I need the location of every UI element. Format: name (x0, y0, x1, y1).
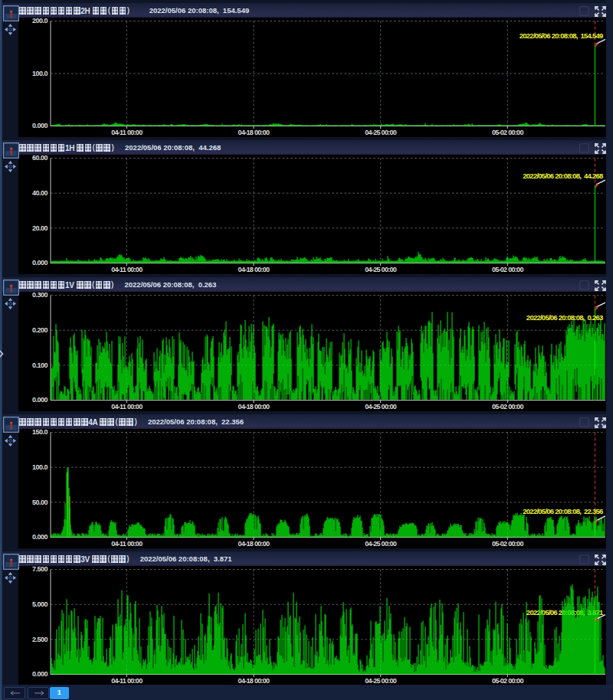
svg-text:04-18 00:00: 04-18 00:00 (238, 129, 270, 136)
svg-text:0.000: 0.000 (32, 259, 48, 267)
svg-text:04-25 00:00: 04-25 00:00 (365, 266, 397, 273)
svg-text:200.0: 200.0 (32, 17, 48, 25)
svg-text:60.00: 60.00 (32, 154, 48, 162)
svg-text:0.300: 0.300 (32, 291, 48, 299)
svg-text:100.0: 100.0 (32, 463, 48, 471)
svg-text:04-25 00:00: 04-25 00:00 (365, 129, 397, 136)
svg-text:04-25 00:00: 04-25 00:00 (365, 677, 397, 685)
svg-text:40.00: 40.00 (32, 189, 48, 197)
svg-text:05-02 00:00: 05-02 00:00 (492, 677, 524, 685)
svg-text:0.000: 0.000 (32, 670, 48, 678)
svg-text:150.0: 150.0 (32, 428, 48, 436)
svg-text:04-11 00:00: 04-11 00:00 (111, 677, 143, 685)
svg-text:5.000: 5.000 (32, 600, 48, 608)
svg-text:2022/05/06 20:08:08, 154.549: 2022/05/06 20:08:08, 154.549 (520, 31, 603, 40)
svg-text:04-11 00:00: 04-11 00:00 (111, 403, 143, 411)
svg-text:0.200: 0.200 (32, 326, 48, 334)
svg-text:04-18 00:00: 04-18 00:00 (238, 540, 270, 548)
svg-text:04-18 00:00: 04-18 00:00 (238, 677, 270, 685)
svg-text:0.000: 0.000 (32, 533, 48, 541)
svg-text:05-02 00:00: 05-02 00:00 (492, 540, 524, 548)
svg-text:04-18 00:00: 04-18 00:00 (238, 403, 270, 411)
svg-text:0.000: 0.000 (32, 396, 48, 404)
svg-text:04-11 00:00: 04-11 00:00 (111, 129, 143, 136)
svg-text:04-25 00:00: 04-25 00:00 (365, 403, 397, 411)
svg-text:100.0: 100.0 (32, 70, 48, 77)
svg-text:04-11 00:00: 04-11 00:00 (111, 540, 143, 548)
svg-text:20.00: 20.00 (32, 224, 48, 232)
svg-text:0.000: 0.000 (32, 122, 48, 129)
svg-text:2022/05/06 20:08:08, 44.268: 2022/05/06 20:08:08, 44.268 (523, 172, 603, 180)
svg-text:04-25 00:00: 04-25 00:00 (365, 540, 397, 548)
svg-text:2.500: 2.500 (32, 636, 48, 643)
svg-text:05-02 00:00: 05-02 00:00 (492, 129, 524, 136)
svg-text:0.100: 0.100 (32, 361, 48, 369)
svg-text:04-18 00:00: 04-18 00:00 (238, 266, 270, 273)
svg-text:7.500: 7.500 (32, 565, 48, 573)
svg-text:05-02 00:00: 05-02 00:00 (492, 403, 524, 411)
svg-text:04-11 00:00: 04-11 00:00 (111, 266, 143, 273)
svg-text:2022/05/06 20:08:08, 22.356: 2022/05/06 20:08:08, 22.356 (523, 507, 603, 515)
svg-text:2022/05/06 20:08:08, 0.263: 2022/05/06 20:08:08, 0.263 (526, 313, 603, 322)
svg-text:50.00: 50.00 (32, 499, 48, 506)
svg-text:05-02 00:00: 05-02 00:00 (492, 266, 524, 273)
